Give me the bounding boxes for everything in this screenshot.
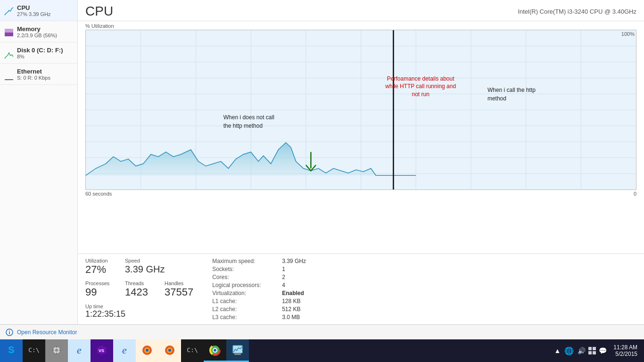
sidebar-item-ethernet[interactable]: Ethernet S: 0 R: 0 Kbps [0,64,77,85]
ethernet-mini-graph [5,67,13,81]
resource-monitor-icon [6,329,13,336]
graph-utilization-label: % Utilization [85,23,636,29]
taskbar-icon-cmd2[interactable]: C:\ [181,339,204,362]
l2-cache-value: 512 KB [282,306,300,313]
memory-sublabel: 2.2/3.9 GB (56%) [17,33,73,38]
utilization-speed-row: Utilization 27% Speed 3.39 GHz [85,258,193,276]
ethernet-label: Ethernet [17,68,73,75]
l3-cache-row: L3 cache: 3.0 MB [212,314,306,321]
svg-rect-46 [234,354,241,355]
graph-container: % Utilization 100% [78,21,644,254]
taskbar-icon-firefox[interactable] [136,339,158,362]
utilization-stat: Utilization 27% [85,258,114,276]
disk-label: Disk 0 (C: D: F:) [17,47,73,54]
l2-cache-label: L2 cache: [212,306,278,313]
logical-proc-label: Logical processors: [212,282,278,288]
l1-cache-label: L1 cache: [212,298,278,304]
processes-value: 99 [85,286,97,298]
l2-cache-row: L2 cache: 512 KB [212,306,306,313]
bottom-bar: Open Resource Monitor [0,324,644,339]
cpu-header: CPU Intel(R) Core(TM) i3-3240 CPU @ 3.40… [78,0,644,21]
clock-time: 11:28 AM [613,344,637,351]
taskbar: S C:\ e VS e [0,339,644,362]
threads-label: Threads [125,280,153,286]
clock-date: 5/2/2015 [613,351,637,357]
cpu-label: CPU [17,4,73,11]
taskbar-right: ▲ 🌐 🔊 💬 11:28 AM 5/2/2015 [549,344,644,357]
taskbar-icon-chrome[interactable] [204,339,226,362]
logical-proc-row: Logical processors: 4 [212,282,306,288]
taskbar-icon-visual-studio[interactable]: VS [91,339,113,362]
cpu-graph: 100% [85,30,636,190]
disk-mini-graph [5,46,13,59]
open-resource-monitor-link[interactable]: Open Resource Monitor [17,329,77,336]
taskbar-icon-firefox2[interactable] [158,339,181,362]
cores-label: Cores: [212,274,278,280]
sockets-value: 1 [282,266,285,272]
taskbar-icon-ie2[interactable]: e [113,339,136,362]
taskbar-icon-cmd[interactable]: C:\ [23,339,45,362]
speed-value: 3.39 GHz [125,264,165,274]
l3-cache-value: 3.0 MB [282,314,300,321]
sidebar-item-cpu[interactable]: CPU 27% 3.39 GHz [0,0,77,21]
handles-stat: Handles 37557 [165,280,193,298]
sys-tray: ▲ 🌐 🔊 💬 [553,346,608,355]
sidebar-item-memory[interactable]: Memory 2.2/3.9 GB (56%) [0,21,77,42]
l1-cache-row: L1 cache: 128 KB [212,298,306,304]
tray-windows-icon[interactable] [588,347,596,354]
cpu-mini-graph [5,4,13,17]
graph-time-label: 60 seconds [85,191,112,197]
handles-label: Handles [165,280,193,286]
svg-rect-50 [593,351,596,354]
tray-notification-icon[interactable]: 💬 [598,347,608,354]
utilization-value: 27% [85,263,106,275]
graph-zero-label: 0 [634,191,636,197]
cores-value: 2 [282,274,285,280]
threads-stat: Threads 1423 [125,280,153,298]
system-clock[interactable]: 11:28 AM 5/2/2015 [611,344,640,357]
virtualization-value: Enabled [282,290,304,296]
svg-point-36 [146,349,149,352]
stats-left: Utilization 27% Speed 3.39 GHz Processes… [85,258,193,319]
sidebar: CPU 27% 3.39 GHz Memory 2.2/3.9 GB (56%)… [0,0,78,324]
virtualization-label: Virtualization: [212,290,278,296]
sockets-label: Sockets: [212,266,278,272]
max-speed-label: Maximum speed: [212,258,278,264]
taskbar-icon-skype[interactable]: S [0,339,23,362]
taskbar-icon-ie[interactable]: e [68,339,91,362]
tray-expand-icon[interactable]: ▲ [553,347,561,354]
tray-volume-icon[interactable]: 🔊 [577,347,586,354]
svg-rect-49 [588,351,592,354]
svg-point-31 [55,349,58,352]
logical-proc-value: 4 [282,282,285,288]
svg-point-24 [9,330,10,331]
stats-section: Utilization 27% Speed 3.39 GHz Processes… [78,254,644,324]
processes-row: Processes 99 Threads 1423 Handles 37557 [85,280,193,298]
memory-mini-graph [5,25,13,38]
svg-text:VS: VS [99,348,104,353]
processes-label: Processes [85,280,114,286]
l3-cache-label: L3 cache: [212,314,278,321]
svg-rect-1 [5,33,13,36]
speed-label: Speed [125,258,165,263]
cores-row: Cores: 2 [212,274,306,280]
virtualization-row: Virtualization: Enabled [212,290,306,296]
stats-right: Maximum speed: 3.39 GHz Sockets: 1 Cores… [212,258,306,321]
uptime-label: Up time [85,304,193,309]
l1-cache-value: 128 KB [282,298,300,304]
svg-point-44 [214,349,216,352]
cpu-sublabel: 27% 3.39 GHz [17,11,73,17]
memory-label: Memory [17,25,73,33]
max-speed-value: 3.39 GHz [282,258,306,264]
taskbar-icon-tools[interactable] [45,339,68,362]
tray-network-icon[interactable]: 🌐 [563,346,575,355]
threads-value: 1423 [125,286,148,298]
graph-bottom-labels: 60 seconds 0 [85,190,636,197]
sockets-row: Sockets: 1 [212,266,306,272]
sidebar-item-disk[interactable]: Disk 0 (C: D: F:) 8% [0,42,77,64]
svg-point-39 [168,349,171,352]
svg-rect-47 [588,347,592,350]
uptime-value: 1:22:35:15 [85,309,125,319]
cpu-chart-svg [86,30,636,189]
taskbar-icon-perfmon[interactable] [226,339,249,362]
